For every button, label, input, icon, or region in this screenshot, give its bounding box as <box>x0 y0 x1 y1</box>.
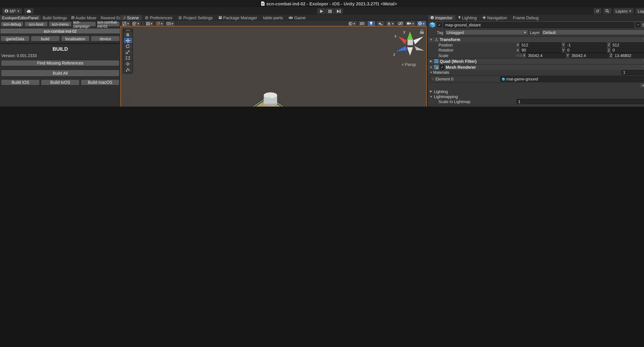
position-x-field[interactable] <box>520 42 561 47</box>
render-doc-dropdown[interactable]: ▼ <box>348 20 357 26</box>
help-icon[interactable]: ? <box>643 37 644 42</box>
material-object-field[interactable]: mat-game-ground ⊙ <box>500 76 644 82</box>
scale-tool-button[interactable] <box>124 49 132 55</box>
transform-component-header[interactable]: ▼ Transform ?⇄⋮ <box>428 36 644 42</box>
camera-settings-dropdown[interactable]: ▼ <box>405 20 416 26</box>
hand-tool-button[interactable] <box>124 32 132 37</box>
rotate-tool-button[interactable] <box>124 44 132 49</box>
lighting-foldout[interactable]: ▶Lighting <box>428 89 644 94</box>
foldout-icon[interactable]: ▶ <box>429 59 433 63</box>
layout-dropdown[interactable]: Layout▼ <box>635 8 644 14</box>
mesh-filter-component-header[interactable]: ▶ Quad (Mesh Filter) ?⇄⋮ <box>428 58 644 64</box>
help-icon[interactable]: ? <box>643 65 644 69</box>
unity-toolbar: MP ▼ ↺ Layers▼ Layout▼ <box>0 7 644 15</box>
pause-button[interactable] <box>326 8 334 14</box>
snap-settings-dropdown[interactable]: ▼ <box>155 20 164 26</box>
mesh-renderer-checkbox[interactable]: ✓ <box>440 65 444 69</box>
tab-package-manager[interactable]: Package Manager <box>216 15 260 20</box>
scale-z-field[interactable] <box>613 53 644 58</box>
foldout-icon[interactable]: ▼ <box>429 66 433 69</box>
persp-toggle[interactable]: < Persp <box>402 62 416 67</box>
active-checkbox[interactable]: ✓ <box>437 23 442 27</box>
build-all-button[interactable]: Build All <box>1 69 120 77</box>
object-name-field[interactable] <box>444 22 634 28</box>
play-button[interactable] <box>317 8 326 14</box>
layer-dropdown[interactable]: Default▼ <box>542 29 644 35</box>
foldout-icon[interactable]: ▼ <box>429 71 433 74</box>
scene-button-scn-debug[interactable]: scn-debug <box>0 21 24 27</box>
tab-project-settings[interactable]: ⚙Project Settings <box>175 15 216 20</box>
search-button[interactable] <box>603 8 612 14</box>
shading-mode-dropdown[interactable]: ▼ <box>132 20 141 26</box>
effects-dropdown[interactable]: ▼ <box>386 20 395 26</box>
gizmos-dropdown[interactable]: ▼ <box>416 20 426 26</box>
increment-snap-dropdown[interactable]: ▼ <box>165 20 175 26</box>
draw-mode-dropdown[interactable]: ▼ <box>121 20 130 26</box>
position-y-field[interactable] <box>566 42 607 47</box>
build-tvos-button[interactable]: Build tvOS <box>41 79 80 85</box>
category-gamedata-button[interactable]: gameData <box>0 36 30 41</box>
scene-viewport[interactable]: y x z < Persp <box>120 26 427 107</box>
link-icon[interactable]: ⊂⊃ <box>516 53 522 57</box>
scene-button-scn-combat-ind-01[interactable]: scn-combat-ind-01 <box>97 21 120 27</box>
step-button[interactable] <box>334 8 343 14</box>
tab-scene[interactable]: #Scene <box>120 15 142 20</box>
inspector-panel: i Inspector Lighting Navigation Frame De… <box>428 15 644 107</box>
scale-in-lightmap-field[interactable] <box>516 99 644 104</box>
2d-toggle-button[interactable]: 2D <box>358 20 366 26</box>
tag-dropdown[interactable]: Untagged▼ <box>445 29 528 35</box>
document-icon <box>261 1 264 6</box>
undo-history-button[interactable]: ↺ <box>593 8 602 14</box>
build-ios-button[interactable]: Build iOS <box>1 79 40 85</box>
hidden-objects-toggle[interactable] <box>396 20 404 26</box>
static-mixed-checkbox[interactable]: – <box>636 23 640 27</box>
tab-frame-debug[interactable]: Frame Debug <box>510 15 542 20</box>
scene-3d-render: y x z < Persp <box>121 26 426 107</box>
rect-tool-button[interactable] <box>124 55 132 61</box>
transform-tool-button[interactable] <box>124 61 132 66</box>
category-build-button[interactable]: build <box>30 36 60 41</box>
tab-table-parts[interactable]: table-parts <box>260 15 286 20</box>
tab-lighting[interactable]: Lighting <box>455 15 480 20</box>
build-macos-button[interactable]: Build macOS <box>80 79 120 85</box>
custom-tool-button[interactable] <box>124 67 132 72</box>
position-row: Position X Y Z <box>428 42 644 48</box>
lightmapping-foldout[interactable]: ▼Lightmapping <box>428 94 644 99</box>
account-dropdown[interactable]: MP ▼ <box>2 8 22 14</box>
scene-button-scn-campaign[interactable]: scn-campaign <box>73 21 96 27</box>
scene-button-scn-boot[interactable]: scn-boot <box>24 21 48 27</box>
scale-y-field[interactable] <box>570 53 609 58</box>
tab-preferences[interactable]: ⚙Preferences <box>142 15 175 20</box>
audio-mute-toggle[interactable] <box>376 20 384 26</box>
rotation-z-field[interactable] <box>611 48 644 53</box>
scene-button-scn-menu[interactable]: scn-menu <box>48 21 72 27</box>
rotation-y-field[interactable] <box>566 48 607 53</box>
find-missing-references-button[interactable]: Find Missing References <box>1 60 120 66</box>
move-tool-button[interactable] <box>124 38 132 43</box>
foldout-icon[interactable]: ▼ <box>429 38 433 41</box>
scale-x-field[interactable] <box>526 53 566 58</box>
tab-exoloper-editor-panel[interactable]: ExoloperEditorPanel <box>0 15 40 20</box>
help-icon[interactable]: ? <box>643 59 644 63</box>
materials-count-field[interactable] <box>622 70 644 75</box>
material-sphere-icon <box>502 77 505 81</box>
layers-dropdown[interactable]: Layers▼ <box>613 8 634 14</box>
add-material-button[interactable]: + <box>642 83 644 88</box>
category-device-button[interactable]: device <box>91 36 120 41</box>
active-scene-button[interactable]: scn-combat-ind-02 <box>0 28 120 34</box>
grid-visibility-dropdown[interactable]: ▼ <box>145 20 154 26</box>
cloud-button[interactable] <box>24 8 34 14</box>
palette-drag-handle[interactable] <box>123 29 133 31</box>
drag-handle-icon[interactable]: = <box>432 77 434 81</box>
tab-navigation[interactable]: Navigation <box>480 15 510 20</box>
tab-audio-mixer[interactable]: Audio Mixer <box>69 15 99 20</box>
scene-lighting-toggle[interactable] <box>367 20 375 26</box>
tab-build-settings[interactable]: Build Settings <box>40 15 69 20</box>
category-localisation-button[interactable]: localisation <box>61 36 90 41</box>
rotation-x-field[interactable] <box>520 48 561 53</box>
position-z-field[interactable] <box>611 42 644 47</box>
tab-inspector[interactable]: i Inspector <box>428 15 455 20</box>
tab-game[interactable]: Game <box>286 15 308 20</box>
gear-icon: ⚙ <box>145 15 148 20</box>
mesh-renderer-component-header[interactable]: ▼ ✓ Mesh Renderer ?⇄⋮ <box>428 64 644 70</box>
